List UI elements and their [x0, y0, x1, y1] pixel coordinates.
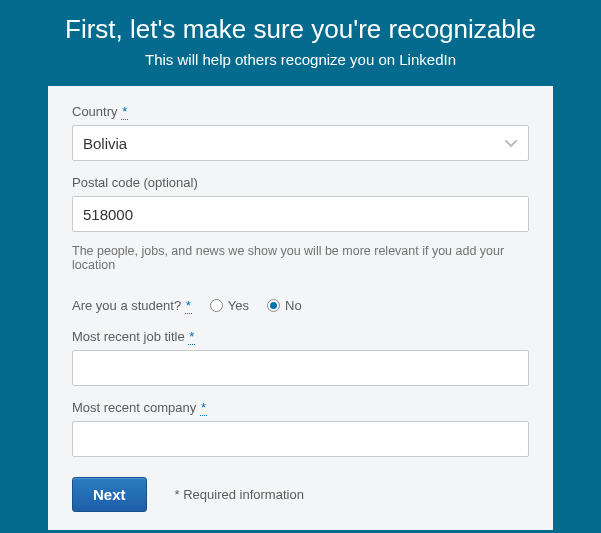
- country-field: Country * Bolivia: [72, 104, 529, 161]
- chevron-down-icon: [504, 136, 518, 150]
- page-title: First, let's make sure you're recognizab…: [20, 14, 581, 45]
- profile-setup-form: Country * Bolivia Postal code (optional)…: [48, 86, 553, 530]
- page-header: First, let's make sure you're recognizab…: [0, 0, 601, 86]
- next-button[interactable]: Next: [72, 477, 147, 512]
- page-subtitle: This will help others recognize you on L…: [20, 51, 581, 68]
- country-label-text: Country: [72, 104, 118, 119]
- required-marker: *: [200, 400, 207, 416]
- radio-label-no: No: [285, 298, 302, 313]
- student-no-option[interactable]: No: [267, 298, 302, 313]
- radio-label-yes: Yes: [228, 298, 249, 313]
- form-footer: Next * Required information: [72, 477, 529, 512]
- required-info-note: * Required information: [175, 487, 304, 502]
- company-label: Most recent company *: [72, 400, 529, 415]
- student-question-row: Are you a student? * Yes No: [72, 298, 529, 313]
- job-title-label-text: Most recent job title: [72, 329, 185, 344]
- company-input[interactable]: [72, 421, 529, 457]
- postal-field: Postal code (optional): [72, 175, 529, 232]
- postal-label: Postal code (optional): [72, 175, 529, 190]
- radio-icon: [267, 299, 280, 312]
- country-select[interactable]: Bolivia: [72, 125, 529, 161]
- job-title-input[interactable]: [72, 350, 529, 386]
- required-marker: *: [121, 104, 128, 120]
- company-label-text: Most recent company: [72, 400, 196, 415]
- location-helper-text: The people, jobs, and news we show you w…: [72, 244, 529, 272]
- required-marker: *: [185, 298, 192, 314]
- required-marker: *: [188, 329, 195, 345]
- radio-icon: [210, 299, 223, 312]
- company-field: Most recent company *: [72, 400, 529, 457]
- student-label-text: Are you a student?: [72, 298, 181, 313]
- student-label: Are you a student? *: [72, 298, 192, 313]
- job-title-label: Most recent job title *: [72, 329, 529, 344]
- country-select-value: Bolivia: [83, 135, 504, 152]
- job-title-field: Most recent job title *: [72, 329, 529, 386]
- country-label: Country *: [72, 104, 529, 119]
- student-yes-option[interactable]: Yes: [210, 298, 249, 313]
- postal-input[interactable]: [72, 196, 529, 232]
